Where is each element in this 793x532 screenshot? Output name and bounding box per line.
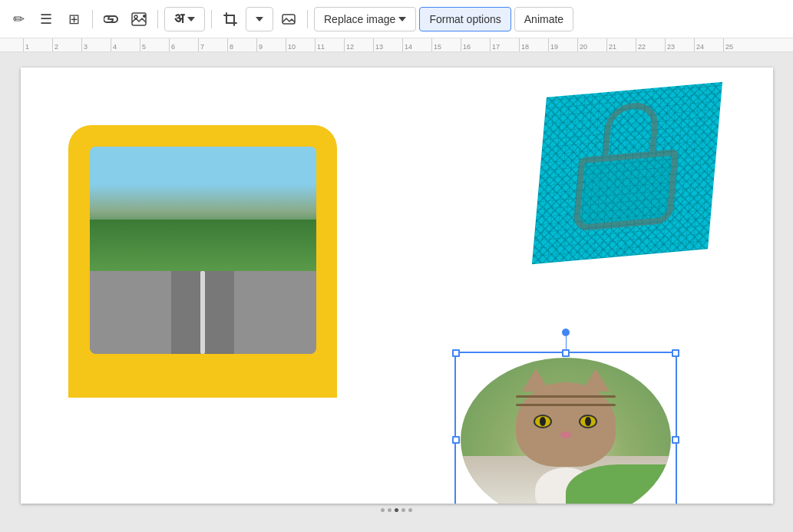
- cat-eye-right: [579, 415, 597, 428]
- resize-handle-tl[interactable]: [452, 349, 460, 357]
- replace-image-button[interactable]: Replace image: [314, 7, 416, 31]
- text-style-icon[interactable]: अ: [164, 7, 205, 31]
- crop-dropdown[interactable]: [246, 7, 273, 31]
- cat-image-container[interactable]: [454, 352, 677, 504]
- ruler-mark: 12: [344, 38, 373, 51]
- canvas-area: [0, 52, 793, 532]
- ruler-mark: 10: [286, 38, 315, 51]
- pagination-dot[interactable]: [408, 508, 412, 512]
- ruler-mark: 14: [402, 38, 431, 51]
- pagination-dot[interactable]: [381, 508, 385, 512]
- ruler-mark: 20: [577, 38, 606, 51]
- ruler-mark: 3: [81, 38, 111, 51]
- shape-mask-icon[interactable]: [276, 7, 301, 31]
- ruler-mark: 7: [198, 38, 227, 51]
- divider-1: [92, 10, 93, 28]
- basket-photo: [531, 82, 722, 265]
- ruler-marks: 1 2 3 4 5 6 7 8 9 10 11 12 13 14 15 16 1…: [0, 38, 793, 51]
- ruler-mark: 1: [23, 38, 52, 51]
- cat-stripe: [516, 395, 616, 398]
- animate-button[interactable]: Animate: [514, 7, 573, 31]
- ruler-mark: 2: [52, 38, 81, 51]
- resize-handle-tm[interactable]: [562, 349, 570, 357]
- svg-rect-4: [283, 15, 295, 24]
- ruler-mark: 22: [636, 38, 665, 51]
- slide[interactable]: [21, 68, 773, 504]
- edit-icon[interactable]: ✏: [6, 7, 31, 31]
- ruler-mark: 9: [256, 38, 286, 51]
- cat-head: [516, 382, 616, 467]
- cat-eye-left: [534, 415, 552, 428]
- mountains: [90, 184, 316, 230]
- divider-4: [307, 10, 308, 28]
- pagination-dot-active[interactable]: [395, 508, 398, 512]
- ruler-mark: 11: [315, 38, 344, 51]
- ruler-mark: 15: [431, 38, 461, 51]
- divider-3: [211, 10, 212, 28]
- toolbar: ✏ ☰ ⊞ अ Re: [0, 0, 793, 38]
- replace-image-label: Replace image: [324, 13, 395, 25]
- ruler: 1 2 3 4 5 6 7 8 9 10 11 12 13 14 15 16 1…: [0, 38, 793, 52]
- rotate-handle[interactable]: [562, 329, 570, 336]
- ruler-mark: 17: [490, 38, 519, 51]
- ruler-mark: 23: [665, 38, 694, 51]
- trees: [90, 226, 316, 263]
- cat-nose: [560, 431, 571, 438]
- road-image-container[interactable]: [68, 125, 337, 398]
- resize-handle-tr[interactable]: [672, 349, 679, 357]
- divider-2: [157, 10, 158, 28]
- cat-ear-left: [522, 368, 550, 392]
- ruler-mark: 21: [606, 38, 636, 51]
- link-icon[interactable]: [99, 7, 124, 31]
- format-options-label: Format options: [429, 13, 501, 25]
- crop-icon[interactable]: [218, 7, 243, 31]
- pagination-dots: [381, 504, 412, 517]
- ruler-mark: 16: [461, 38, 490, 51]
- resize-handle-ml[interactable]: [452, 436, 460, 444]
- pagination-dot[interactable]: [401, 508, 405, 512]
- cat-photo: [461, 358, 671, 504]
- ruler-mark: 8: [227, 38, 256, 51]
- cat-oval-frame: [461, 358, 671, 504]
- ruler-mark: 25: [723, 38, 752, 51]
- basket-image-container[interactable]: [531, 82, 722, 265]
- format-options-button[interactable]: Format options: [419, 7, 510, 31]
- ruler-mark: 24: [694, 38, 723, 51]
- ruler-mark: 13: [373, 38, 402, 51]
- pagination-dot[interactable]: [388, 508, 392, 512]
- insert-image-icon[interactable]: [127, 7, 151, 31]
- ruler-mark: 6: [169, 38, 198, 51]
- animate-label: Animate: [524, 13, 563, 25]
- road-line: [200, 271, 205, 354]
- ruler-mark: 4: [111, 38, 140, 51]
- table-icon[interactable]: ⊞: [61, 7, 86, 31]
- resize-handle-mr[interactable]: [672, 436, 679, 444]
- ruler-mark: 5: [140, 38, 169, 51]
- cat-ear-right: [582, 368, 610, 392]
- road-photo-content: [90, 147, 316, 354]
- cat-stripe: [516, 404, 616, 406]
- ruler-mark: 19: [548, 38, 577, 51]
- ruler-mark: 18: [519, 38, 548, 51]
- weave-pattern: [531, 82, 722, 265]
- road-photo[interactable]: [90, 147, 316, 354]
- paragraph-icon[interactable]: ☰: [34, 7, 58, 31]
